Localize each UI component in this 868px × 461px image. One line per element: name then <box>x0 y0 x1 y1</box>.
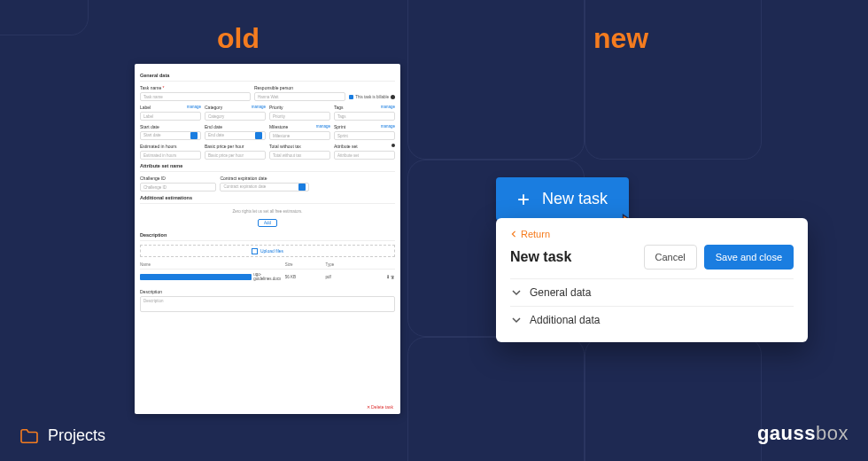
milestone-input[interactable]: Milestone <box>269 131 330 140</box>
heading-old: old <box>217 22 260 55</box>
label-total: Total without tax <box>269 144 301 149</box>
label-task-name: Task name <box>140 85 161 90</box>
bg-tile <box>407 337 585 461</box>
label-priority: Priority <box>269 105 283 110</box>
panel-title: New task <box>510 249 571 265</box>
description-input[interactable]: Description <box>140 296 395 312</box>
footer-section-label: Projects <box>19 426 105 445</box>
calendar-icon <box>298 184 306 191</box>
file-size: 56 KB <box>285 275 326 279</box>
section-attr-set: Attribute set name <box>140 163 395 172</box>
attr-set-input[interactable]: Attribute set <box>334 151 395 160</box>
checkbox-icon <box>349 95 353 99</box>
label-contract-exp: Contract expiration date <box>220 176 267 181</box>
label-sprint: Sprint <box>334 124 345 129</box>
accordion-general-label: General data <box>530 286 591 299</box>
task-name-input[interactable]: Task name <box>140 92 251 101</box>
info-icon <box>391 144 395 147</box>
brand-b: box <box>816 422 849 444</box>
label-label: Label <box>140 105 151 110</box>
label-est-hours: Estimated in hours <box>140 144 176 149</box>
tags-input[interactable]: Tags <box>334 112 395 121</box>
footer-left-text: Projects <box>48 426 105 445</box>
label-end-date: End date <box>205 124 222 129</box>
billable-checkbox[interactable]: This task is billable <box>349 95 395 99</box>
responsible-input[interactable]: Hanna Watt <box>254 92 345 101</box>
label-basic-price: Basic price per hour <box>205 144 244 149</box>
label-responsible: Responsible person <box>254 85 293 90</box>
heading-new: new <box>593 22 648 55</box>
file-table-header: Name Size Type <box>140 261 395 270</box>
manage-link[interactable]: manage <box>381 124 395 129</box>
plus-icon: + <box>517 191 530 207</box>
folder-icon <box>19 428 39 444</box>
return-label: Return <box>521 229 550 239</box>
calendar-icon <box>190 132 198 139</box>
label-challenge-id: Challenge ID <box>140 176 166 181</box>
delete-task-link[interactable]: ✕ Delete task <box>367 404 393 410</box>
label-input[interactable]: Label <box>140 112 201 121</box>
challenge-id-input[interactable]: Challenge ID <box>140 183 216 191</box>
file-row: ugo-guidelines.docx 56 KB pdf ⬇ 🗑 <box>140 270 395 284</box>
basic-price-input[interactable]: Basic price per hour <box>205 151 266 160</box>
cancel-button[interactable]: Cancel <box>644 245 697 270</box>
label-start-date: Start date <box>140 124 159 129</box>
manage-link[interactable]: manage <box>316 124 330 129</box>
bg-tile <box>407 0 585 160</box>
section-description: Description <box>140 232 395 241</box>
label-attr-set: Attribute set <box>334 144 358 149</box>
label-milestone: Milestone <box>269 124 288 129</box>
manage-link[interactable]: manage <box>187 105 201 110</box>
start-date-input[interactable]: Start date <box>140 131 201 140</box>
accordion-general[interactable]: General data <box>510 278 794 306</box>
info-icon <box>391 95 395 99</box>
manage-link[interactable]: manage <box>252 105 266 110</box>
label-tags: Tags <box>334 105 344 110</box>
upload-icon <box>252 248 258 254</box>
old-form-panel: General data Task name * Task name Respo… <box>135 64 400 414</box>
new-task-label: New task <box>542 190 608 208</box>
file-name: ugo-guidelines.docx <box>253 272 284 281</box>
new-task-button[interactable]: + New task <box>496 177 629 221</box>
accordion-additional-label: Additional data <box>530 314 600 326</box>
new-task-panel: Return New task Cancel Save and close Ge… <box>496 218 808 342</box>
accordion-additional[interactable]: Additional data <box>510 306 794 333</box>
bg-tile <box>0 0 89 35</box>
th-actions <box>366 262 395 267</box>
th-size: Size <box>285 262 326 267</box>
chevron-left-icon <box>510 230 517 238</box>
label-category: Category <box>205 105 222 110</box>
bg-tile <box>585 337 762 461</box>
th-type: Type <box>325 262 366 267</box>
th-name: Name <box>140 262 285 267</box>
section-additional: Additional estimations <box>140 195 395 204</box>
total-input[interactable]: Total without tax <box>269 151 330 160</box>
brand-logo: gaussbox <box>757 422 849 445</box>
chevron-down-icon <box>512 316 521 324</box>
save-and-close-button[interactable]: Save and close <box>704 245 794 270</box>
priority-input[interactable]: Priority <box>269 112 330 121</box>
sprint-input[interactable]: Sprint <box>334 131 395 140</box>
end-date-input[interactable]: End date <box>205 131 266 140</box>
file-actions[interactable]: ⬇ 🗑 <box>366 275 395 279</box>
file-type: pdf <box>325 275 366 279</box>
file-icon <box>140 274 252 280</box>
return-link[interactable]: Return <box>510 229 794 239</box>
upload-label: Upload files <box>260 248 283 254</box>
manage-link[interactable]: manage <box>381 105 395 110</box>
est-hours-input[interactable]: Estimated in hours <box>140 151 201 160</box>
calendar-icon <box>255 132 262 139</box>
contract-exp-input[interactable]: Contract expiration date <box>220 183 309 191</box>
additional-hint: Zero rights let us set all free estimato… <box>140 209 395 214</box>
required-mark: * <box>163 85 165 90</box>
category-input[interactable]: Category <box>205 112 266 121</box>
billable-label: This task is billable <box>355 95 389 99</box>
label-description: Description <box>140 289 162 294</box>
brand-a: gauss <box>757 422 816 444</box>
chevron-down-icon <box>512 288 521 297</box>
add-button[interactable]: Add <box>258 219 277 227</box>
section-general: General data <box>140 73 395 82</box>
upload-area[interactable]: Upload files <box>140 245 395 257</box>
